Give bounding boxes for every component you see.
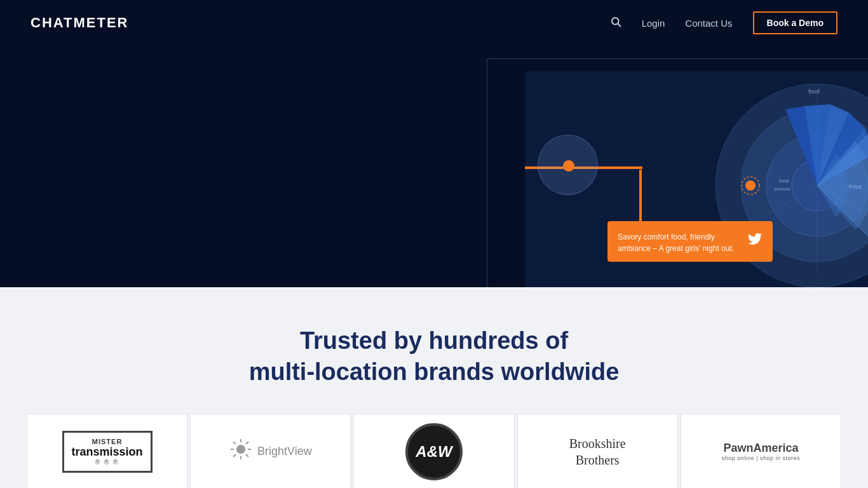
trusted-title: Trusted by hundreds of multi-location br… [25, 325, 843, 388]
tweet-card: Savory comfort food, friendly ambiance –… [607, 221, 773, 262]
svg-line-29 [246, 442, 248, 444]
hero-section: food business food service Price Place f… [0, 46, 868, 287]
logo-aw: A&W [353, 414, 514, 488]
hero-visual: food business food service Price Place f… [474, 46, 868, 287]
viz-panel: food business food service Price Place f… [525, 71, 868, 287]
contact-link[interactable]: Contact Us [685, 18, 732, 29]
trusted-section: Trusted by hundreds of multi-location br… [0, 287, 868, 488]
brightview-text: BrightView [257, 445, 312, 458]
logo-text: CHATMETER [31, 15, 128, 31]
twitter-icon [747, 231, 763, 250]
brand-logos-row: MISTER transmission ® ® ® [25, 414, 843, 488]
svg-text:food: food [779, 178, 789, 184]
svg-text:food: food [808, 88, 820, 95]
svg-line-27 [233, 442, 236, 444]
login-link[interactable]: Login [642, 18, 665, 29]
book-demo-button[interactable]: Book a Demo [753, 11, 837, 34]
svg-line-28 [246, 454, 248, 457]
svg-text:Price: Price [849, 184, 862, 190]
svg-text:service: service [774, 186, 790, 192]
brookshire-text: BrookshireBrothers [569, 435, 626, 468]
logo-brookshire: BrookshireBrothers [517, 414, 678, 488]
navbar: CHATMETER Login Contact Us Book a Demo [0, 0, 868, 46]
pawn-america-sub: shop online | shop in stores [722, 455, 800, 461]
logo-pawn-america: PawnAmerica shop online | shop in stores [681, 414, 841, 488]
svg-line-1 [618, 24, 620, 26]
mister-logo-box: MISTER transmission ® ® ® [62, 431, 153, 473]
search-icon[interactable] [610, 16, 621, 30]
logo-brightview: BrightView [190, 414, 351, 488]
brightview-sun-icon [229, 438, 252, 465]
aw-logo-box: A&W [405, 423, 463, 480]
svg-line-30 [233, 454, 236, 457]
svg-point-22 [236, 445, 245, 454]
logo[interactable]: CHATMETER [31, 15, 128, 31]
nav-links: Login Contact Us Book a Demo [610, 11, 837, 34]
brightview-logo-box: BrightView [229, 438, 312, 465]
logo-mister-transmission: MISTER transmission ® ® ® [27, 414, 187, 488]
accent-dot [563, 160, 574, 172]
tweet-text: Savory comfort food, friendly ambiance –… [618, 231, 740, 254]
pawn-america-text: PawnAmerica [722, 442, 800, 455]
svg-point-6 [745, 180, 756, 191]
